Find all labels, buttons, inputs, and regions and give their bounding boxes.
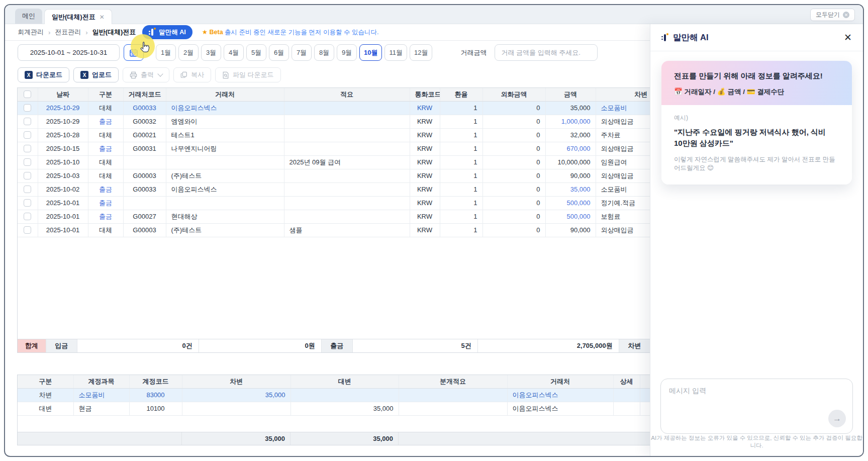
month-chip-10월[interactable]: 10월 xyxy=(359,44,382,61)
cell-date: 2025-10-10 xyxy=(38,155,88,169)
voucher-row[interactable]: 2025-10-29대체G00033이음오피스넥스KRW1035,000소모품비 xyxy=(18,101,651,115)
cell-partner: (주)테스트 xyxy=(166,223,284,237)
download-label: 다운로드 xyxy=(36,70,62,79)
cell-code: 10100 xyxy=(129,402,182,415)
voucher-row[interactable]: 2025-10-15출금G00031나무엔지니어링KRW10670,000외상매… xyxy=(18,142,651,155)
entry-header-row: 구분 계정과목 계정코드 차변 대변 분개적요 거래처 상세 xyxy=(18,375,651,388)
tab-voucher-label: 일반(대체)전표 xyxy=(52,13,95,22)
row-checkbox[interactable] xyxy=(24,118,31,125)
print-button[interactable]: 출력 xyxy=(123,67,169,82)
excel-icon: X xyxy=(80,71,88,79)
row-checkbox[interactable] xyxy=(24,172,31,179)
entry-row[interactable]: 차변소모품비8300035,000이음오피스넥스 xyxy=(18,388,651,402)
month-chip-6월[interactable]: 6월 xyxy=(269,44,289,61)
cell-partner: 테스트1 xyxy=(166,128,284,142)
cell-rate: 1 xyxy=(440,210,483,223)
month-chip-4월[interactable]: 4월 xyxy=(224,44,244,61)
cell-date: 2025-10-02 xyxy=(38,182,88,196)
cell-partner_code: G00033 xyxy=(123,101,166,115)
summary-deposit-label: 입금 xyxy=(46,339,77,352)
month-chip-12월[interactable]: 12월 xyxy=(410,44,432,61)
chevron-down-icon xyxy=(157,71,163,76)
row-checkbox-cell xyxy=(18,210,38,223)
cell-type: 출금 xyxy=(88,115,123,128)
ai-example-quote: "지난주 수요일에 핑거랑 저녁식사 했어, 식비 10만원 삼성카드" xyxy=(674,127,830,149)
select-all-checkbox[interactable] xyxy=(24,90,31,98)
breadcrumb-voucher-mgmt[interactable]: 전표관리 xyxy=(55,28,81,37)
malmanhae-ai-panel: 말만해 AI ✕ 전표를 만들기 위해 아래 정보를 알려주세요! 📅 거래일자… xyxy=(650,24,863,456)
beta-text: 출시 준비 중인 새로운 기능을 먼저 이용할 수 있습니다. xyxy=(225,29,378,36)
tab-main[interactable]: 메인 xyxy=(15,9,42,24)
month-chip-5월[interactable]: 5월 xyxy=(246,44,266,61)
cell-currency: KRW xyxy=(410,196,440,210)
row-checkbox[interactable] xyxy=(24,186,31,193)
cell-rate: 1 xyxy=(440,128,483,142)
cell-memo xyxy=(399,388,507,402)
file-download-button[interactable]: 파일 다운로드 xyxy=(215,67,281,82)
print-label: 출력 xyxy=(141,70,154,79)
month-chip-3월[interactable]: 3월 xyxy=(201,44,221,61)
month-chip-1월[interactable]: 1월 xyxy=(156,44,176,61)
month-chip-11월[interactable]: 11월 xyxy=(384,44,407,61)
voucher-table: 날짜 구분 거래처코드 거래처 적요 통화코드 환율 외화금액 금액 차변 20… xyxy=(18,88,651,237)
cell-rate: 1 xyxy=(440,101,483,115)
amount-filter-input[interactable] xyxy=(495,44,598,61)
cell-account: 소모품비 xyxy=(73,388,129,402)
col-entry-partner: 거래처 xyxy=(507,375,613,388)
cell-type: 출금 xyxy=(88,142,123,155)
tab-close-icon[interactable]: ✕ xyxy=(100,14,105,21)
ai-panel-close-icon[interactable]: ✕ xyxy=(844,32,852,43)
voucher-row[interactable]: 2025-10-03대체G00003(주)테스트KRW1090,000외상매입금 xyxy=(18,169,651,182)
row-checkbox-cell xyxy=(18,128,38,142)
cell-fx_amount: 0 xyxy=(483,101,545,115)
ai-example-note: 이렇게 자연스럽게 말씀해주셔도 제가 알아서 전표로 만들어드릴게요 😊 xyxy=(674,155,839,173)
cell-memo xyxy=(284,115,410,128)
col-fx-amount: 외화금액 xyxy=(483,88,545,101)
download-button[interactable]: X 다운로드 xyxy=(18,67,69,82)
entry-grid-empty-area xyxy=(18,416,651,432)
malmanhae-icon xyxy=(149,28,156,37)
month-chip-9월[interactable]: 9월 xyxy=(337,44,357,61)
cell-partner: 이음오피스넥스 xyxy=(166,101,284,115)
month-chip-7월[interactable]: 7월 xyxy=(292,44,312,61)
row-checkbox[interactable] xyxy=(24,145,31,152)
send-button[interactable]: → xyxy=(828,410,846,427)
date-range-picker[interactable]: 2025-10-01 ~ 2025-10-31 xyxy=(18,44,120,61)
month-chip-8월[interactable]: 8월 xyxy=(314,44,334,61)
row-checkbox[interactable] xyxy=(24,199,31,207)
breadcrumb-accounting[interactable]: 회계관리 xyxy=(18,28,44,37)
row-checkbox-cell xyxy=(18,182,38,196)
copy-button[interactable]: 복사 xyxy=(173,67,211,82)
voucher-row[interactable]: 2025-10-28대체G00021테스트1KRW1032,000주차료 xyxy=(18,128,651,142)
cell-partner: 이음오피스넥스 xyxy=(507,402,613,415)
cell-partner: 이음오피스넥스 xyxy=(507,388,613,402)
cell-amount: 90,000 xyxy=(545,223,596,237)
row-checkbox[interactable] xyxy=(24,226,31,234)
row-checkbox[interactable] xyxy=(24,131,31,139)
voucher-row[interactable]: 2025-10-01출금KRW10500,000정기예.적금 xyxy=(18,196,651,210)
close-all-button[interactable]: 모두닫기 ✕ xyxy=(810,9,855,21)
ai-message-input[interactable] xyxy=(661,379,852,414)
cell-type: 대체 xyxy=(88,169,123,182)
row-checkbox[interactable] xyxy=(24,158,31,166)
upload-button[interactable]: X 업로드 xyxy=(73,67,119,82)
cell-currency: KRW xyxy=(410,169,440,182)
month-chip-2월[interactable]: 2월 xyxy=(178,44,199,61)
tab-voucher[interactable]: 일반(대체)전표 ✕ xyxy=(44,9,112,24)
voucher-row[interactable]: 2025-10-10대체2025년 09월 급여KRW1010,000,000임… xyxy=(18,155,651,169)
cell-memo xyxy=(284,128,410,142)
copy-label: 복사 xyxy=(191,70,204,79)
cell-partner_code xyxy=(123,196,166,210)
row-checkbox[interactable] xyxy=(24,213,31,220)
voucher-row[interactable]: 2025-10-29출금G00032엠엠와이KRW101,000,000외상매입… xyxy=(18,115,651,128)
cell-fx_amount: 0 xyxy=(483,115,545,128)
voucher-row[interactable]: 2025-10-02출금G00033이음오피스넥스KRW1035,000소모품비 xyxy=(18,182,651,196)
cell-currency: KRW xyxy=(410,115,440,128)
voucher-row[interactable]: 2025-10-01대체G00003(주)테스트샘플KRW1090,000외상매… xyxy=(18,223,651,237)
row-checkbox[interactable] xyxy=(24,104,31,112)
voucher-row[interactable]: 2025-10-01출금G00027현대해상KRW10500,000보험료 xyxy=(18,210,651,223)
cell-memo: 샘플 xyxy=(284,223,410,237)
cell-partner xyxy=(166,155,284,169)
entry-row[interactable]: 대변현금1010035,000이음오피스넥스 xyxy=(18,402,651,415)
cell-rate: 1 xyxy=(440,115,483,128)
